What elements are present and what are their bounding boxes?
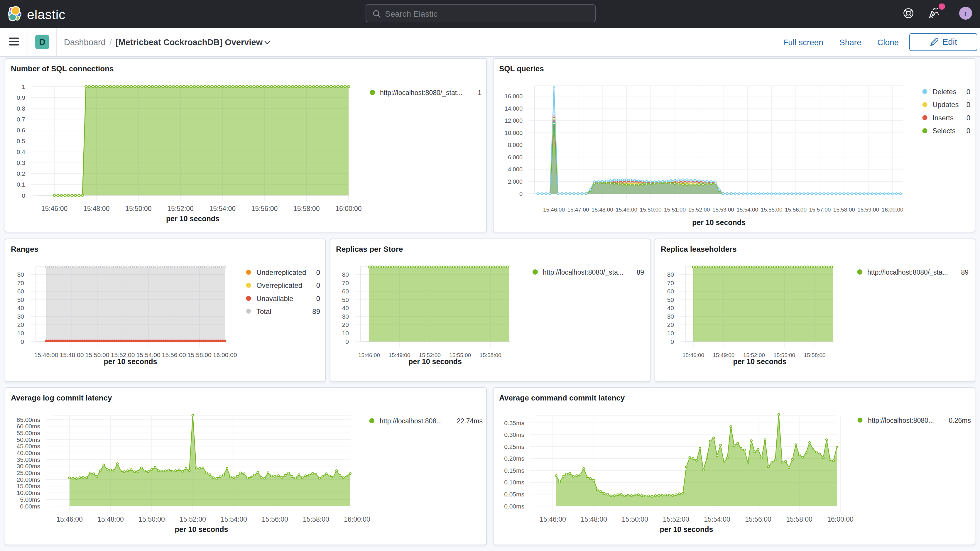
svg-text:50: 50 — [18, 296, 24, 303]
svg-text:0.8: 0.8 — [17, 105, 25, 112]
svg-text:30.00ms: 30.00ms — [16, 463, 40, 470]
svg-text:0.35ms: 0.35ms — [504, 420, 524, 426]
svg-text:15:46:00: 15:46:00 — [358, 352, 380, 358]
svg-text:0.4: 0.4 — [17, 148, 25, 155]
svg-text:0.2: 0.2 — [17, 170, 25, 177]
svg-text:60: 60 — [18, 288, 24, 295]
svg-text:15:46:00: 15:46:00 — [543, 207, 565, 213]
svg-text:0.15ms: 0.15ms — [504, 467, 524, 474]
svg-text:Overreplicated: Overreplicated — [256, 281, 302, 289]
svg-text:15:50:00: 15:50:00 — [138, 516, 165, 523]
svg-text:15:58:00: 15:58:00 — [804, 352, 826, 358]
svg-text:15:50:00: 15:50:00 — [622, 516, 648, 523]
svg-text:http://localhost:8080/_sta...: http://localhost:8080/_sta... — [867, 268, 948, 276]
svg-text:0: 0 — [967, 88, 970, 96]
svg-text:20.00ms: 20.00ms — [16, 476, 40, 483]
svg-text:6,000: 6,000 — [508, 154, 523, 161]
svg-text:per 10 seconds: per 10 seconds — [175, 525, 228, 533]
svg-text:0.05ms: 0.05ms — [504, 491, 524, 498]
svg-text:0: 0 — [345, 338, 349, 345]
svg-text:30: 30 — [18, 313, 24, 320]
svg-text:15:55:00: 15:55:00 — [761, 207, 783, 213]
svg-text:15:56:00: 15:56:00 — [745, 516, 772, 523]
svg-text:70: 70 — [18, 280, 24, 287]
svg-text:15:48:00: 15:48:00 — [83, 205, 110, 212]
svg-text:14,000: 14,000 — [505, 105, 523, 112]
svg-text:89: 89 — [961, 268, 969, 276]
svg-text:10.00ms: 10.00ms — [16, 489, 40, 496]
svg-text:15:56:00: 15:56:00 — [262, 516, 288, 523]
svg-text:50.00ms: 50.00ms — [16, 436, 40, 443]
svg-text:80: 80 — [18, 271, 24, 278]
svg-text:45.00ms: 45.00ms — [16, 443, 40, 449]
svg-text:15:58:00: 15:58:00 — [833, 207, 855, 213]
svg-text:0.3: 0.3 — [17, 159, 25, 166]
svg-text:15:58:00: 15:58:00 — [786, 516, 813, 523]
svg-text:15:58:00: 15:58:00 — [480, 352, 501, 358]
svg-text:0: 0 — [21, 338, 24, 345]
svg-text:Total: Total — [256, 307, 271, 315]
svg-text:16,000: 16,000 — [505, 93, 523, 99]
svg-text:15:59:00: 15:59:00 — [858, 207, 879, 213]
svg-text:http://localhost:8080/_stat...: http://localhost:8080/_stat... — [380, 89, 463, 97]
svg-text:35.00ms: 35.00ms — [16, 456, 40, 463]
svg-text:70: 70 — [342, 280, 349, 287]
svg-text:80: 80 — [342, 271, 349, 278]
svg-text:55.00ms: 55.00ms — [16, 430, 40, 436]
svg-text:15:56:00: 15:56:00 — [251, 205, 278, 212]
svg-text:15:52:00: 15:52:00 — [180, 516, 206, 523]
svg-text:20: 20 — [18, 321, 24, 328]
svg-text:5.00ms: 5.00ms — [20, 496, 40, 503]
svg-text:per 10 seconds: per 10 seconds — [103, 357, 157, 366]
svg-text:30: 30 — [342, 313, 349, 320]
svg-text:15:54:00: 15:54:00 — [704, 516, 730, 523]
svg-text:15:50:00: 15:50:00 — [125, 205, 152, 212]
svg-text:15:46:00: 15:46:00 — [682, 352, 704, 358]
svg-text:15:46:00: 15:46:00 — [539, 516, 566, 523]
svg-text:60: 60 — [342, 288, 349, 295]
svg-text:15:54:00: 15:54:00 — [737, 207, 758, 213]
svg-text:15:56:00: 15:56:00 — [162, 352, 186, 358]
svg-text:15:53:00: 15:53:00 — [713, 207, 734, 213]
svg-text:15:48:00: 15:48:00 — [581, 516, 607, 523]
svg-text:8,000: 8,000 — [508, 142, 523, 148]
svg-text:16:00:00: 16:00:00 — [344, 516, 370, 523]
svg-text:16:00:00: 16:00:00 — [882, 207, 904, 213]
svg-text:Inserts: Inserts — [932, 114, 954, 122]
svg-text:0.5: 0.5 — [17, 138, 25, 144]
svg-text:0: 0 — [967, 100, 970, 108]
svg-text:20: 20 — [667, 321, 674, 328]
svg-text:50: 50 — [342, 296, 349, 303]
svg-text:0.00ms: 0.00ms — [20, 503, 40, 510]
svg-text:0.00ms: 0.00ms — [504, 503, 524, 510]
svg-text:40.00ms: 40.00ms — [16, 449, 40, 456]
svg-text:15:48:00: 15:48:00 — [60, 352, 84, 358]
svg-text:0: 0 — [670, 338, 674, 345]
svg-text:0.1: 0.1 — [17, 181, 25, 188]
svg-text:15:58:00: 15:58:00 — [188, 352, 212, 358]
svg-text:50: 50 — [667, 296, 674, 303]
svg-text:15:58:00: 15:58:00 — [303, 516, 329, 523]
svg-text:2,000: 2,000 — [508, 178, 523, 185]
svg-text:10,000: 10,000 — [505, 130, 523, 136]
svg-text:60: 60 — [667, 288, 674, 295]
svg-text:0.30ms: 0.30ms — [504, 431, 524, 438]
svg-text:0.26ms: 0.26ms — [949, 417, 971, 424]
svg-text:15:46:00: 15:46:00 — [34, 352, 58, 358]
svg-text:http://localhost:808...: http://localhost:808... — [380, 417, 442, 425]
svg-text:15:48:00: 15:48:00 — [97, 516, 124, 523]
svg-text:15:49:00: 15:49:00 — [616, 207, 637, 213]
svg-text:10: 10 — [18, 330, 24, 336]
svg-text:15:57:00: 15:57:00 — [809, 207, 830, 213]
svg-text:15:56:00: 15:56:00 — [785, 207, 807, 213]
svg-text:0: 0 — [967, 114, 970, 122]
svg-text:10: 10 — [667, 330, 674, 336]
svg-text:15:49:00: 15:49:00 — [388, 352, 410, 358]
svg-text:per 10 seconds: per 10 seconds — [692, 218, 746, 226]
svg-text:70: 70 — [667, 280, 674, 287]
svg-text:15.00ms: 15.00ms — [16, 483, 40, 489]
svg-text:40: 40 — [18, 304, 24, 311]
svg-text:15:52:00: 15:52:00 — [688, 207, 710, 213]
svg-text:0.10ms: 0.10ms — [504, 479, 524, 486]
svg-text:0: 0 — [967, 127, 970, 135]
